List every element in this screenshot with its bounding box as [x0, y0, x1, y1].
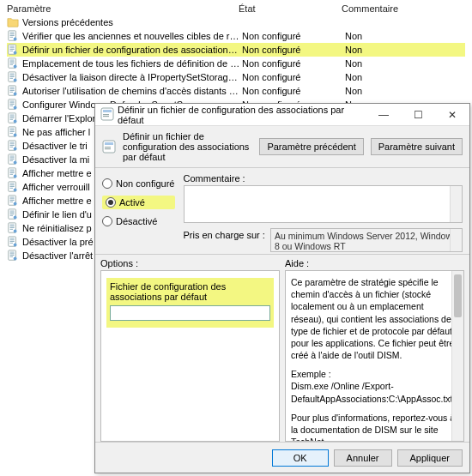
option-field-label: Fichier de configuration des association…: [110, 281, 270, 302]
dialog-footer: OK Annuler Appliquer: [95, 442, 469, 473]
col-state[interactable]: État: [239, 3, 342, 14]
apply-button[interactable]: Appliquer: [397, 449, 463, 467]
close-button[interactable]: ✕: [435, 104, 469, 126]
policy-icon: [102, 140, 116, 154]
policy-item-icon: [7, 181, 19, 193]
column-headers: Paramètre État Commentaire: [7, 3, 465, 15]
policy-item-icon: [7, 154, 19, 166]
radio-icon: [102, 178, 112, 189]
policy-item-icon: [7, 126, 19, 138]
col-param[interactable]: Paramètre: [7, 3, 239, 14]
help-text: Ce paramètre de stratégie spécifie le ch…: [285, 270, 464, 442]
col-comment[interactable]: Commentaire: [342, 3, 465, 14]
comment-textarea[interactable]: [184, 185, 463, 223]
policy-icon: [100, 107, 114, 123]
folder-row[interactable]: Versions précédentes: [7, 15, 465, 29]
titlebar[interactable]: Définir un fichier de configuration des …: [95, 104, 469, 126]
radio-label: Désactivé: [116, 216, 157, 226]
radio-icon: [102, 216, 112, 226]
item-comment: Non: [345, 31, 465, 41]
radio-label: Non configuré: [116, 178, 175, 189]
minimize-button[interactable]: —: [366, 104, 401, 126]
policy-title: Définir un fichier de configuration des …: [123, 131, 252, 162]
help-pane: Aide : Ce paramètre de stratégie spécifi…: [285, 258, 464, 442]
policy-item-icon: [7, 195, 19, 207]
list-item[interactable]: Emplacement de tous les fichiers de défi…: [7, 57, 465, 70]
folder-label: Versions précédentes: [22, 17, 113, 27]
options-box: Fichier de configuration des association…: [100, 270, 280, 442]
radio-group: Non configuré Activé Désactivé: [102, 173, 175, 252]
state-section: Non configuré Activé Désactivé Commentai…: [95, 168, 469, 255]
comment-label: Commentaire :: [184, 173, 463, 184]
policy-item-icon: [7, 112, 19, 124]
scrollbar[interactable]: [450, 229, 462, 251]
policy-item-icon: [7, 99, 19, 111]
policy-item-icon: [7, 208, 19, 220]
item-state: Non configuré: [242, 31, 345, 41]
item-state: Non configuré: [242, 58, 345, 69]
policy-item-icon: [7, 44, 19, 56]
item-comment: Non: [345, 86, 465, 96]
option-field-input[interactable]: [110, 305, 270, 321]
item-label: Désactiver la liaison directe à IPropert…: [22, 72, 242, 82]
list-item[interactable]: Désactiver la liaison directe à IPropert…: [7, 70, 465, 84]
maximize-button[interactable]: ☐: [401, 104, 435, 126]
radio-disabled[interactable]: Désactivé: [102, 214, 175, 228]
policy-item-icon: [7, 236, 19, 248]
options-label: Options :: [100, 258, 280, 268]
radio-icon: [106, 197, 116, 208]
prev-setting-button[interactable]: Paramètre précédent: [259, 138, 363, 155]
list-item[interactable]: Autoriser l'utilisation de chemins d'acc…: [7, 84, 465, 98]
list-item[interactable]: Vérifier que les anciennes et nouvelles …: [7, 29, 465, 43]
policy-dialog: Définir un fichier de configuration des …: [94, 103, 470, 473]
folder-icon: [7, 16, 19, 28]
item-label: Emplacement de tous les fichiers de défi…: [22, 58, 242, 69]
list-item[interactable]: Définir un fichier de configuration des …: [7, 43, 465, 57]
policy-item-icon: [7, 30, 19, 42]
item-state: Non configuré: [242, 45, 345, 55]
item-label: Autoriser l'utilisation de chemins d'acc…: [22, 86, 242, 96]
help-label: Aide :: [285, 258, 464, 268]
ok-button[interactable]: OK: [272, 449, 329, 467]
policy-item-icon: [7, 167, 19, 179]
policy-item-icon: [7, 57, 19, 69]
scrollbar[interactable]: [451, 271, 463, 441]
item-comment: Non: [345, 45, 465, 55]
policy-header: Définir un fichier de configuration des …: [95, 126, 469, 168]
window-title: Définir un fichier de configuration des …: [118, 105, 366, 125]
item-comment: Non: [345, 58, 465, 69]
policy-item-icon: [7, 140, 19, 152]
policy-item-icon: [7, 250, 19, 262]
policy-item-icon: [7, 85, 19, 97]
supported-label: Pris en charge sur :: [184, 228, 265, 240]
policy-item-icon: [7, 71, 19, 83]
item-label: Définir un fichier de configuration des …: [22, 45, 242, 55]
supported-text: Au minimum Windows Server 2012, Windows …: [270, 228, 463, 252]
scrollbar[interactable]: [450, 186, 462, 222]
item-state: Non configuré: [242, 86, 345, 96]
cancel-button[interactable]: Annuler: [334, 449, 392, 467]
radio-not-configured[interactable]: Non configuré: [102, 177, 175, 190]
radio-enabled[interactable]: Activé: [102, 196, 175, 209]
item-comment: Non: [345, 72, 465, 82]
item-label: Vérifier que les anciennes et nouvelles …: [22, 31, 242, 41]
option-field-group: Fichier de configuration des association…: [106, 278, 274, 328]
policy-item-icon: [7, 222, 19, 234]
body-split: Options : Fichier de configuration des a…: [95, 255, 469, 442]
item-state: Non configuré: [242, 72, 345, 82]
radio-label: Activé: [119, 197, 145, 208]
options-pane: Options : Fichier de configuration des a…: [100, 258, 280, 442]
next-setting-button[interactable]: Paramètre suivant: [371, 138, 463, 155]
